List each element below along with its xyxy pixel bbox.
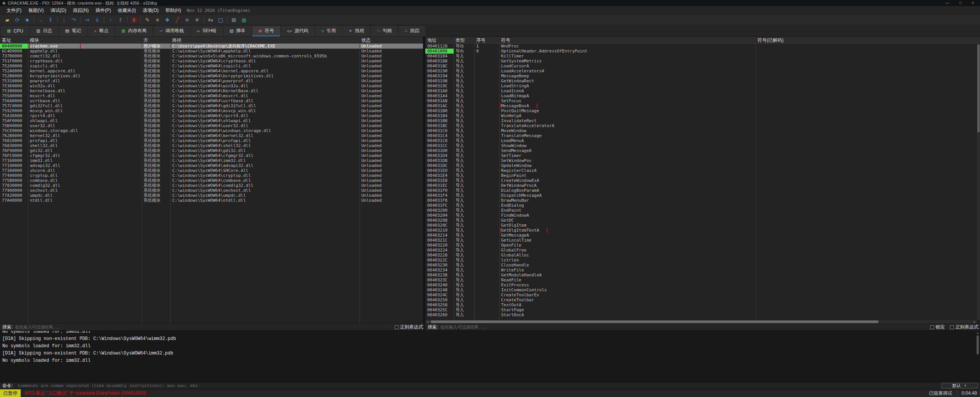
log-scrollbar[interactable]: ▲ <box>976 332 979 381</box>
menu-item[interactable]: 帮助(H) <box>162 7 185 15</box>
tab-内存布局[interactable]: ▦内存布局 <box>115 26 152 36</box>
run-icon[interactable]: → <box>36 15 46 25</box>
brush-icon[interactable]: ╱ <box>172 15 182 25</box>
symbol-row[interactable]: 0040318C导入LoadCursorA <box>425 64 980 69</box>
column-header[interactable]: 符号 <box>499 37 756 43</box>
pause-icon[interactable]: ‖ <box>46 15 56 25</box>
symbol-row[interactable]: 004031E8导入CreateWindowExA <box>425 178 980 183</box>
symbol-row[interactable]: 0040319C导入LoadStringA <box>425 83 980 88</box>
vertical-scrollbar[interactable] <box>977 44 980 320</box>
run-to-user-code-icon[interactable]: ⇒ <box>82 15 92 25</box>
comment-icon[interactable]: ≡ <box>152 15 162 25</box>
symbol-row[interactable]: 004031A0导入LoadIconA <box>425 88 980 93</box>
symbol-row[interactable]: 00403248导入InitCommonControls <box>425 288 980 292</box>
symbol-row[interactable]: 004031EC导入DefWindowProcA <box>425 183 980 188</box>
scrollbar-thumb[interactable] <box>977 335 979 355</box>
symbol-row[interactable]: 004031C4导入TranslateMessage <box>425 133 980 138</box>
symbol-row[interactable]: 0040323C导入ReadFile <box>425 278 980 283</box>
hash-icon[interactable]: # <box>192 15 202 25</box>
symbol-row[interactable]: 004031F8导入DrawMenuBar <box>425 198 980 203</box>
symbol-row[interactable]: 004031D0导入SendMessageA <box>425 148 980 153</box>
menu-item[interactable]: 选项(O) <box>139 7 162 15</box>
menu-item[interactable]: 跟踪(N) <box>70 7 92 15</box>
step-into-icon[interactable]: ↓ <box>59 15 69 25</box>
column-header[interactable]: 符号(已解码) <box>756 37 980 43</box>
menu-item[interactable]: 插件(P) <box>92 7 114 15</box>
symbol-row[interactable]: 004031F4导入DispatchMessageA <box>425 193 980 198</box>
scroll-up-arrow-icon[interactable]: ▲ <box>976 332 979 335</box>
symbol-row[interactable]: 004031F0导入DialogBoxParamA <box>425 188 980 193</box>
column-header[interactable]: 类型 <box>454 37 474 43</box>
column-header[interactable]: 方 <box>142 37 170 43</box>
tab-引用[interactable]: ○引用 <box>315 26 342 36</box>
step-into-source-icon[interactable]: ⇓ <box>92 15 102 25</box>
scrollbar-thumb[interactable] <box>431 320 879 323</box>
modules-search-input[interactable] <box>15 325 391 330</box>
scroll-right-arrow-icon[interactable]: ► <box>972 320 977 323</box>
symbol-row[interactable]: 004031E0导入RegisterClassA <box>425 168 980 173</box>
tab-SEH链[interactable]: ∞SEH链 <box>191 26 223 36</box>
symbol-row[interactable]: 00403250导入CreateToolbar <box>425 297 980 302</box>
symbol-row[interactable]: 00403224导入GlobalFree <box>425 248 980 253</box>
symbol-row[interactable]: 004031D8导入SetWindowPos <box>425 158 980 163</box>
stop-icon[interactable]: ■ <box>22 15 32 25</box>
close-button[interactable]: × <box>972 0 974 6</box>
execute-till-return-icon[interactable]: ↑ <box>106 15 116 25</box>
column-header[interactable]: 地址 <box>425 37 454 43</box>
step-over-icon[interactable]: ↷ <box>69 15 79 25</box>
calculator-icon[interactable]: ⊞ <box>229 15 239 25</box>
scylla-icon[interactable]: S <box>131 17 137 23</box>
symbol-row[interactable]: 00403200导入EndPaint <box>425 208 980 213</box>
tab-跟踪[interactable]: ∴跟踪 <box>399 26 425 36</box>
symbol-row[interactable]: 00403214导入GetMessageA <box>425 233 980 238</box>
tab-调用堆栈[interactable]: ▱调用堆栈 <box>154 26 190 36</box>
restart-icon[interactable]: ⟳ <box>12 15 22 25</box>
screenshot-icon[interactable]: ▢ <box>216 15 225 25</box>
symbol-row[interactable]: 004031CC导入ShowWindow <box>425 143 980 148</box>
scrollbar-thumb[interactable] <box>977 44 980 132</box>
symbol-row[interactable]: 00403238导入GetModuleHandleA <box>425 273 980 278</box>
lock-checkbox[interactable] <box>930 325 934 329</box>
scroll-left-arrow-icon[interactable]: ◄ <box>425 320 430 323</box>
symbol-row[interactable]: 004031B4导入WinHelpA <box>425 113 980 118</box>
patch-icon[interactable]: ✎ <box>142 15 152 25</box>
run-until-return-icon[interactable]: ⇑ <box>116 15 126 25</box>
column-header[interactable]: 序号 <box>474 37 499 43</box>
symbol-row[interactable]: 00403198导入GetWindowRect <box>425 78 980 83</box>
column-header[interactable]: 状态 <box>359 37 423 43</box>
symbol-row[interactable]: 004031D4导入SetTimer <box>425 153 980 158</box>
maximize-button[interactable]: □ <box>959 0 962 6</box>
symbol-row[interactable]: 00403220导入OpenFile <box>425 243 980 248</box>
tab-线程[interactable]: ➤线程 <box>343 26 370 36</box>
symbol-row[interactable]: 004031E4导入BeginPaint <box>425 173 980 178</box>
profile-dropdown[interactable]: 默认 ▼ <box>941 383 978 389</box>
tab-日志[interactable]: ▥日志 <box>30 26 58 36</box>
symbol-row[interactable]: 0040324C导入CreateToolbarEx <box>425 292 980 297</box>
symbol-row[interactable]: 00403208导入GetDC <box>425 218 980 223</box>
symbol-row[interactable]: 00403190导入LoadAcceleratorsA <box>425 69 980 74</box>
menu-item[interactable]: 收藏夹(I) <box>114 7 139 15</box>
font-icon[interactable]: Aa <box>206 15 216 25</box>
symbol-row[interactable]: 00403230导入CloseHandle <box>425 263 980 268</box>
symbol-row[interactable]: 0040322C导入lstrlen <box>425 258 980 263</box>
symbol-row[interactable]: 004031AC导入MessageBoxA <box>425 103 980 108</box>
tab-源代码[interactable]: <>源代码 <box>281 26 315 36</box>
tab-句柄[interactable]: ∷句柄 <box>371 26 398 36</box>
command-input[interactable] <box>16 383 939 389</box>
symbol-row[interactable]: 00403228导入GlobalAlloc <box>425 253 980 258</box>
symbol-row[interactable]: 004031A4导入LoadBitmapA <box>425 93 980 98</box>
symbol-row[interactable]: 0040320C导入GetDlgItem <box>425 223 980 228</box>
globe-icon[interactable]: ◍ <box>239 15 249 25</box>
symbol-row[interactable]: 00403188导入GetSystemMetrics <box>425 59 980 64</box>
symbol-row[interactable]: 00403234导入WriteFile <box>425 268 980 273</box>
menu-item[interactable]: 调试(D) <box>47 7 70 15</box>
symbol-row[interactable]: 00401000导出0OptionalHeader.AddressOfEntry… <box>425 49 980 54</box>
symbol-row[interactable]: 00403204导入FindWindowA <box>425 213 980 218</box>
symbols-search-input[interactable] <box>440 325 926 330</box>
symbol-row[interactable]: 00403240导入ExitProcess <box>425 283 980 288</box>
tab-笔记[interactable]: ▤笔记 <box>59 26 87 36</box>
symbol-row[interactable]: 0040325C导入StartPage <box>425 307 980 312</box>
symbol-row[interactable]: 004031FC导入EndDialog <box>425 203 980 208</box>
regex-checkbox[interactable] <box>395 325 399 329</box>
symbol-row[interactable]: 004031B0导入PostQuitMessage <box>425 108 980 113</box>
